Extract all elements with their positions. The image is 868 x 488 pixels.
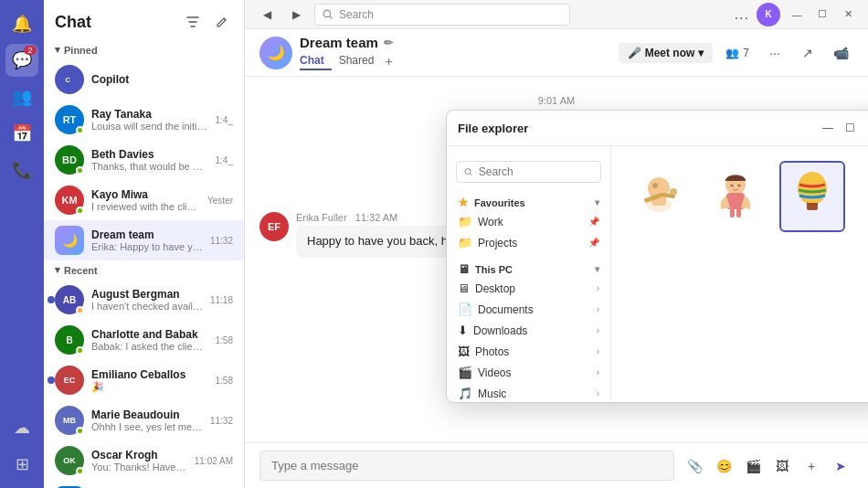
fe-maximize-button[interactable]: ☐ <box>840 118 860 138</box>
list-item[interactable]: M Marketing team sync Kayo: So glad to h… <box>44 481 244 488</box>
fe-thispc-section[interactable]: 🖥 This PC ▾ <box>447 257 610 278</box>
sidebar-item-teams[interactable]: 👥 <box>5 80 38 113</box>
sidebar-item-calls[interactable]: 📞 <box>5 154 38 186</box>
recent-section-label[interactable]: ▾ Recent <box>44 260 244 280</box>
fe-favourites-collapse-icon: ▾ <box>595 197 599 207</box>
fe-music-label: Music <box>478 387 591 400</box>
svg-text:C: C <box>66 76 71 84</box>
fe-expand-icon: › <box>597 304 599 314</box>
chat-preview: I reviewed with the client on Th... <box>91 201 200 212</box>
trumpet-sticker <box>633 168 684 219</box>
compose-button[interactable] <box>211 11 233 33</box>
file-explorer-title: File explorer <box>458 122 528 135</box>
unread-dot <box>48 377 55 384</box>
chat-time: 1:4_ <box>216 115 233 125</box>
fe-expand-icon: › <box>597 346 599 356</box>
status-indicator <box>76 467 84 475</box>
chat-info: Marie Beaudouin Ohhh I see, yes let me f… <box>91 408 203 432</box>
chat-name: Oscar Krogh <box>91 449 187 461</box>
avatar: B <box>55 325 84 355</box>
file-explorer-sidebar: ★ Favourites ▾ 📁 Work 📌 📁 Projects 📌 <box>447 146 611 402</box>
file-item[interactable] <box>703 161 768 232</box>
fe-search-bar[interactable] <box>456 161 601 183</box>
fe-music-item[interactable]: 🎵 Music › <box>447 383 610 402</box>
chat-list-panel: Chat ▾ Pinned C Copilot RT Ray Tanaka Lo… <box>44 0 245 488</box>
fe-photos-label: Photos <box>475 345 591 358</box>
fe-close-button[interactable]: ✕ <box>862 118 868 138</box>
chat-badge: 2 <box>24 46 37 55</box>
chat-preview: I haven't checked available tim... <box>91 301 203 312</box>
pinned-section-label[interactable]: ▾ Pinned <box>44 40 244 59</box>
fe-photos-item[interactable]: 🖼 Photos › <box>447 341 610 362</box>
fe-pin-icon: 📌 <box>588 217 599 227</box>
fe-desktop-item[interactable]: 🖥 Desktop › <box>447 278 610 299</box>
fe-work-label: Work <box>478 216 583 228</box>
pinned-chevron-icon: ▾ <box>55 44 60 56</box>
fe-documents-item[interactable]: 📄 Documents › <box>447 299 610 320</box>
chat-time: Yester <box>207 196 233 206</box>
fe-videos-item[interactable]: 🎬 Videos › <box>447 362 610 383</box>
chat-time: 11:18 <box>210 295 233 305</box>
sidebar-item-apps[interactable]: ⊞ <box>5 448 38 481</box>
fe-music-icon: 🎵 <box>458 387 472 400</box>
chat-time: 1:58 <box>216 335 233 345</box>
fe-downloads-item[interactable]: ⬇ Downloads › <box>447 320 610 341</box>
fe-work-item[interactable]: 📁 Work 📌 <box>447 211 610 232</box>
fe-search-input[interactable] <box>479 165 593 178</box>
sidebar-item-onedrive[interactable]: ☁ <box>5 411 38 444</box>
list-item[interactable]: BD Beth Davies Thanks, that would be nic… <box>44 140 244 180</box>
filter-button[interactable] <box>182 11 204 33</box>
fe-desktop-icon: 🖥 <box>458 281 470 295</box>
list-item[interactable]: RT Ray Tanaka Louisa will send the initi… <box>44 100 244 140</box>
fe-minimize-button[interactable]: — <box>818 118 838 138</box>
chat-info: Charlotte and Babak Babak: I asked the c… <box>91 328 208 352</box>
list-item[interactable]: 🌙 Dream team Erika: Happy to have you ba… <box>44 220 244 260</box>
chat-name: Ray Tanaka <box>91 108 208 121</box>
list-item[interactable]: AB August Bergman I haven't checked avai… <box>44 280 244 320</box>
file-item-selected[interactable] <box>779 161 845 232</box>
list-item[interactable]: C Copilot <box>44 59 244 100</box>
list-item[interactable]: B Charlotte and Babak Babak: I asked the… <box>44 320 244 360</box>
file-explorer-window-buttons: — ☐ ✕ <box>818 118 868 138</box>
avatar: EC <box>55 366 84 395</box>
chat-name: Emiliano Ceballos <box>91 368 208 381</box>
chat-info: August Bergman I haven't checked availab… <box>91 288 203 312</box>
chat-preview: 🎉 <box>91 381 208 393</box>
chat-name: Dream team <box>91 228 203 241</box>
fe-favourites-label: Favourites <box>474 197 525 208</box>
list-item[interactable]: OK Oscar Krogh You: Thanks! Have a nice … <box>44 440 244 481</box>
svg-point-12 <box>670 188 677 196</box>
sidebar-item-calendar[interactable]: 📅 <box>5 117 38 150</box>
chat-info: Dream team Erika: Happy to have you back… <box>91 228 203 252</box>
svg-point-18 <box>737 185 741 187</box>
chat-panel-actions <box>182 11 233 33</box>
recent-chevron-icon: ▾ <box>55 264 60 276</box>
sidebar-item-activity[interactable]: 🔔 <box>5 7 38 40</box>
list-item[interactable]: MB Marie Beaudouin Ohhh I see, yes let m… <box>44 400 244 440</box>
fe-favourites-section[interactable]: ★ Favourites ▾ <box>447 190 610 211</box>
status-indicator <box>76 166 84 175</box>
list-item[interactable]: KM Kayo Miwa I reviewed with the client … <box>44 180 244 220</box>
balloon-sticker <box>787 168 838 219</box>
list-item[interactable]: EC Emiliano Ceballos 🎉 1:58 <box>44 360 244 400</box>
sidebar-item-chat[interactable]: 💬 2 <box>5 44 38 77</box>
onedrive-icon: ☁ <box>14 418 30 438</box>
fe-downloads-label: Downloads <box>473 324 591 337</box>
recent-label: Recent <box>64 265 98 276</box>
fe-expand-icon: › <box>597 283 599 293</box>
svg-point-8 <box>652 183 658 188</box>
fe-expand-icon: › <box>597 367 599 377</box>
chat-time: 11:32 <box>210 236 233 246</box>
svg-point-17 <box>730 185 734 187</box>
chat-info: Copilot <box>91 73 233 86</box>
fe-expand-icon: › <box>597 388 599 398</box>
avatar: C <box>55 65 84 94</box>
main-content: ◀ ▶ Search ... K — ☐ ✕ 🌙 Dream team ✏ Ch… <box>245 0 868 488</box>
girl-sticker <box>710 168 761 219</box>
file-item[interactable] <box>626 161 692 232</box>
svg-point-4 <box>465 168 471 174</box>
chat-info: Beth Davies Thanks, that would be nice. <box>91 148 208 172</box>
fe-projects-item[interactable]: 📁 Projects 📌 <box>447 232 610 253</box>
svg-line-5 <box>470 174 471 175</box>
chat-info: Ray Tanaka Louisa will send the initial … <box>91 108 208 132</box>
